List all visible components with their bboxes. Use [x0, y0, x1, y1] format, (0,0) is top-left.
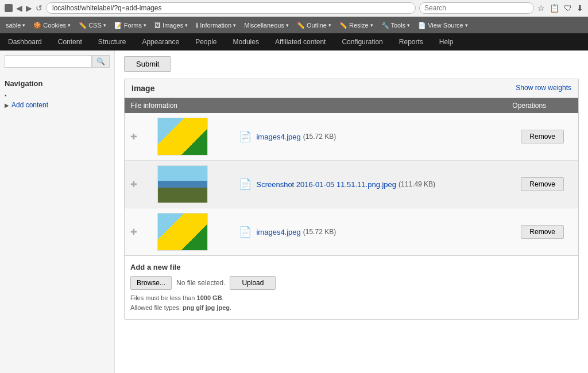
file-link-1[interactable]: images4.jpeg: [256, 133, 300, 141]
thumbnail-flowers-3: [157, 213, 208, 251]
browse-button[interactable]: Browse...: [130, 276, 172, 290]
col-operations: Operations: [506, 98, 578, 113]
image-table: File information Operations ✚: [125, 98, 578, 255]
upload-button[interactable]: Upload: [230, 276, 276, 290]
constraint-types-value: png gif jpg jpeg: [183, 304, 230, 311]
drag-handle-cell-3[interactable]: ✚: [125, 208, 152, 256]
toolbar-outline[interactable]: ✏️ Outline ▾: [293, 20, 335, 32]
constraint-size-suffix: .: [222, 294, 224, 301]
drag-handle-icon-3[interactable]: ✚: [130, 227, 140, 236]
remove-button-1[interactable]: Remove: [521, 130, 564, 143]
file-icon-2: 📄: [239, 178, 252, 191]
no-file-label: No file selected.: [176, 279, 225, 287]
nav-configuration[interactable]: Configuration: [334, 33, 390, 50]
file-icon-3: 📄: [239, 226, 252, 238]
toolbar-miscellaneous[interactable]: Miscellaneous ▾: [241, 20, 292, 31]
nav-affiliated-content[interactable]: Affiliated content: [267, 33, 334, 50]
nav-content[interactable]: Content: [50, 33, 90, 50]
sidebar-search-input[interactable]: [5, 55, 92, 68]
drag-handle-cell-2[interactable]: ✚: [125, 161, 152, 208]
thumbnail-cell-2: [152, 161, 233, 208]
add-file-controls: Browse... No file selected. Upload: [130, 276, 572, 290]
nav-dashboard[interactable]: Dashboard: [0, 33, 50, 50]
submit-button[interactable]: Submit: [124, 56, 171, 72]
toolbar-images[interactable]: 🖼 Images ▾: [151, 20, 191, 31]
shield-icon[interactable]: 🛡: [564, 3, 572, 13]
toolbar-information[interactable]: ℹ Information ▾: [192, 20, 239, 32]
thumbnail-lake: [157, 165, 208, 203]
remove-button-3[interactable]: Remove: [521, 225, 564, 239]
sidebar-arrow-icon: ▶: [5, 102, 9, 108]
toolbar-tools[interactable]: 🔧 Tools ▾: [378, 20, 414, 32]
bullet-icon: •: [5, 92, 7, 99]
add-content-link[interactable]: Add content: [11, 101, 48, 109]
nav-structure[interactable]: Structure: [90, 33, 134, 50]
nav-reports[interactable]: Reports: [391, 33, 431, 50]
toolbar-forms[interactable]: 📝 Forms ▾: [111, 20, 150, 32]
nav-people[interactable]: People: [187, 33, 225, 50]
table-header-row: File information Operations: [125, 98, 578, 113]
remove-button-2[interactable]: Remove: [521, 177, 564, 191]
col-file-info: File information: [125, 98, 506, 113]
toolbar-css[interactable]: ✏️ CSS ▾: [75, 20, 110, 32]
address-bar: ◀ ▶ ↺ localhost/whitelabel/?q=add-images…: [0, 0, 588, 17]
constraint-size-value: 1000 GB: [197, 294, 222, 301]
operations-cell-2: Remove: [506, 161, 578, 208]
history-icon[interactable]: 📋: [550, 3, 559, 13]
sidebar-search-form: 🔍: [5, 55, 110, 73]
browser-icons: ☆ 📋 🛡 ⬇: [537, 3, 583, 13]
thumbnail-flowers-1: [157, 118, 208, 156]
toolbar-disable[interactable]: sable ▾: [2, 20, 29, 31]
file-info-cell-3: 📄 images4.jpeg (15.72 KB): [233, 208, 506, 256]
table-row: ✚ 📄 images4.jpeg (15.72 KB): [125, 113, 578, 161]
file-size-3: (15.72 KB): [303, 228, 336, 236]
show-row-weights-link[interactable]: Show row weights: [516, 84, 571, 92]
file-link-3[interactable]: images4.jpeg: [256, 228, 300, 236]
drag-handle-icon-2[interactable]: ✚: [130, 180, 140, 189]
file-constraints: Files must be less than 1000 GB. Allowed…: [130, 293, 572, 312]
add-file-area: Add a new file Browse... No file selecte…: [125, 255, 578, 319]
browser-search-input[interactable]: [419, 2, 534, 14]
sidebar-bullet-item: •: [5, 91, 110, 100]
table-row: ✚ 📄 images4.jpeg (15.72 KB): [125, 208, 578, 256]
file-name-row-1: 📄 images4.jpeg (15.72 KB): [239, 130, 501, 143]
thumbnail-cell-3: [152, 208, 233, 256]
star-icon[interactable]: ☆: [537, 3, 545, 13]
back-button[interactable]: ◀: [16, 3, 22, 13]
file-size-2: (111.49 KB): [399, 180, 435, 188]
sidebar-search-button[interactable]: 🔍: [92, 55, 110, 68]
nav-help[interactable]: Help: [431, 33, 462, 50]
toolbar-view-source[interactable]: 📄 View Source ▾: [415, 20, 471, 32]
file-size-1: (15.72 KB): [303, 133, 336, 141]
toolbar-cookies[interactable]: 🍪 Cookies ▾: [30, 20, 74, 32]
file-info-cell-1: 📄 images4.jpeg (15.72 KB): [233, 113, 506, 161]
add-file-title: Add a new file: [130, 263, 572, 271]
nav-appearance[interactable]: Appearance: [134, 33, 187, 50]
drag-handle-icon[interactable]: ✚: [130, 132, 140, 141]
operations-cell-3: Remove: [506, 208, 578, 256]
content-area: Submit Image Show row weights File infor…: [115, 50, 588, 373]
nav-bar: Dashboard Content Structure Appearance P…: [0, 33, 588, 50]
constraint-types-prefix: Allowed file types:: [130, 304, 183, 311]
file-name-row-3: 📄 images4.jpeg (15.72 KB): [239, 226, 501, 238]
drag-handle-cell[interactable]: ✚: [125, 113, 152, 161]
thumbnail-cell-1: [152, 113, 233, 161]
favicon: [5, 4, 13, 12]
file-info-cell-2: 📄 Screenshot 2016-01-05 11.51.11.png.jpe…: [233, 161, 506, 208]
main-layout: 🔍 Navigation • ▶ Add content Submit Imag…: [0, 50, 588, 373]
operations-cell-1: Remove: [506, 113, 578, 161]
file-name-row-2: 📄 Screenshot 2016-01-05 11.51.11.png.jpe…: [239, 178, 501, 191]
nav-modules[interactable]: Modules: [225, 33, 267, 50]
forward-button[interactable]: ▶: [26, 3, 32, 13]
sidebar: 🔍 Navigation • ▶ Add content: [0, 50, 115, 373]
image-section-title: Image Show row weights: [125, 79, 578, 98]
constraint-size-prefix: Files must be less than: [130, 294, 197, 301]
submit-area: Submit: [124, 56, 579, 72]
url-bar[interactable]: localhost/whitelabel/?q=add-images: [46, 2, 416, 14]
sidebar-nav-title: Navigation: [5, 79, 110, 88]
toolbar-resize[interactable]: ✏️ Resize ▾: [336, 20, 377, 32]
constraint-types-suffix: .: [230, 304, 231, 311]
file-link-2[interactable]: Screenshot 2016-01-05 11.51.11.png.jpeg: [256, 180, 396, 189]
reload-button[interactable]: ↺: [36, 3, 42, 13]
download-icon[interactable]: ⬇: [577, 3, 583, 13]
